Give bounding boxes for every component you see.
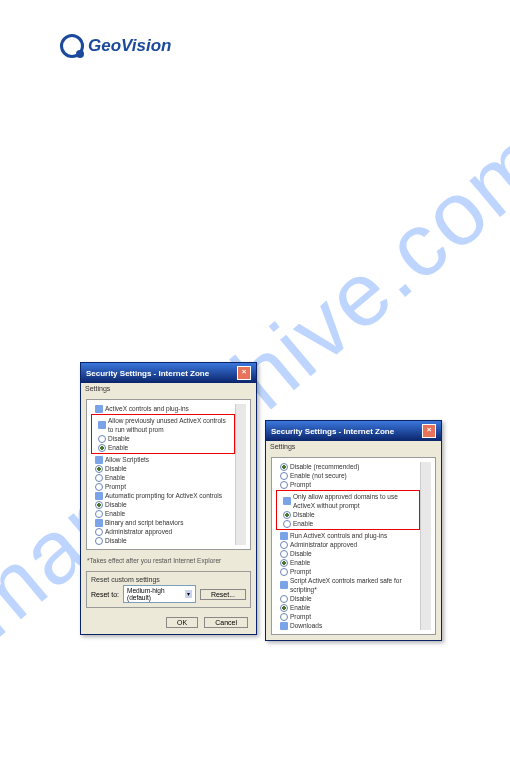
gear-icon — [95, 519, 103, 527]
logo-text: GeoVision — [88, 36, 171, 56]
radio-enable-ns[interactable]: Enable (not secure) — [276, 471, 420, 480]
titlebar: Security Settings - Internet Zone × — [81, 363, 256, 383]
item-approved-domains: Only allow approved domains to use Activ… — [279, 492, 417, 510]
scrollbar[interactable] — [235, 404, 246, 545]
close-button[interactable]: × — [237, 366, 251, 380]
settings-panel: Disable (recommended) Enable (not secure… — [271, 457, 436, 635]
item-allow-unused: Allow previously unused ActiveX controls… — [94, 416, 232, 434]
ok-button[interactable]: OK — [166, 617, 198, 628]
item-auto-prompt: Automatic prompting for ActiveX controls — [91, 491, 235, 500]
group-activex: ActiveX controls and plug-ins — [91, 404, 235, 413]
security-settings-dialog-2: Security Settings - Internet Zone × Sett… — [265, 420, 442, 641]
restart-note: *Takes effect after you restart Internet… — [81, 555, 256, 566]
gear-icon — [98, 421, 106, 429]
radio-enable[interactable]: Enable — [276, 603, 420, 612]
scrollbar[interactable] — [420, 462, 431, 630]
radio-disable[interactable]: Disable — [276, 549, 420, 558]
settings-label: Settings — [266, 441, 441, 452]
highlight-box-2: Reset custom settings Reset to: Medium-h… — [86, 571, 251, 608]
radio-disable[interactable]: Disable — [91, 464, 235, 473]
reset-to-label: Reset to: — [91, 591, 119, 598]
radio-disable[interactable]: Disable — [276, 594, 420, 603]
titlebar: Security Settings - Internet Zone × — [266, 421, 441, 441]
dialog-title: Security Settings - Internet Zone — [86, 369, 209, 378]
highlight-box-3: Only allow approved domains to use Activ… — [276, 490, 420, 530]
gear-icon — [280, 622, 288, 630]
reset-button[interactable]: Reset... — [200, 589, 246, 600]
gear-icon — [95, 405, 103, 413]
radio-disable[interactable]: Disable — [94, 434, 232, 443]
item-run-activex: Run ActiveX controls and plug-ins — [276, 531, 420, 540]
radio-admin[interactable]: Administrator approved — [276, 540, 420, 549]
gear-icon — [280, 581, 288, 589]
reset-level-combo[interactable]: Medium-high (default) ▾ — [123, 585, 196, 603]
settings-label: Settings — [81, 383, 256, 394]
radio-disable[interactable]: Disable — [279, 510, 417, 519]
item-binary: Binary and script behaviors — [91, 518, 235, 527]
gear-icon — [283, 497, 291, 505]
radio-admin[interactable]: Administrator approved — [91, 527, 235, 536]
gear-icon — [280, 532, 288, 540]
radio-enable[interactable]: Enable — [91, 473, 235, 482]
radio-disable[interactable]: Disable — [91, 536, 235, 545]
highlight-box-1: Allow previously unused ActiveX controls… — [91, 414, 235, 454]
logo-icon — [60, 34, 84, 58]
gear-icon — [95, 492, 103, 500]
dialog-title: Security Settings - Internet Zone — [271, 427, 394, 436]
radio-disable-rec[interactable]: Disable (recommended) — [276, 462, 420, 471]
radio-enable[interactable]: Enable — [276, 558, 420, 567]
brand-logo: GeoVision — [60, 34, 171, 58]
group-downloads: Downloads — [276, 621, 420, 630]
item-script-safe: Script ActiveX controls marked safe for … — [276, 576, 420, 594]
chevron-down-icon: ▾ — [185, 590, 192, 598]
radio-enable[interactable]: Enable — [279, 519, 417, 528]
radio-prompt[interactable]: Prompt — [276, 612, 420, 621]
radio-prompt[interactable]: Prompt — [91, 482, 235, 491]
security-settings-dialog-1: Security Settings - Internet Zone × Sett… — [80, 362, 257, 635]
gear-icon — [95, 456, 103, 464]
radio-enable[interactable]: Enable — [94, 443, 232, 452]
cancel-button[interactable]: Cancel — [204, 617, 248, 628]
radio-prompt[interactable]: Prompt — [276, 480, 420, 489]
settings-panel: ActiveX controls and plug-ins Allow prev… — [86, 399, 251, 550]
radio-enable[interactable]: Enable — [91, 509, 235, 518]
close-button[interactable]: × — [422, 424, 436, 438]
radio-disable[interactable]: Disable — [91, 500, 235, 509]
reset-label: Reset custom settings — [91, 576, 246, 583]
dialog-buttons: OK Cancel — [81, 613, 256, 634]
item-scriptlets: Allow Scriptlets — [91, 455, 235, 464]
radio-prompt[interactable]: Prompt — [276, 567, 420, 576]
